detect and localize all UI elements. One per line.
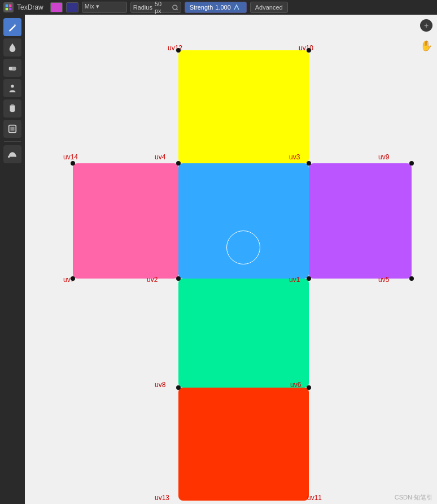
tool-bucket[interactable] — [3, 99, 21, 118]
svg-rect-1 — [9, 5, 11, 7]
uv-dot-uv5[interactable] — [409, 276, 414, 281]
uv-label-uv9: uv9 — [378, 153, 389, 161]
sidebar — [0, 15, 25, 504]
tool-fill[interactable] — [3, 38, 21, 57]
svg-point-12 — [8, 156, 10, 158]
svg-rect-0 — [6, 5, 8, 7]
uv-dot-uv1[interactable] — [307, 276, 311, 281]
uv-dot-uv10[interactable] — [307, 48, 311, 53]
sidebar-divider — [4, 141, 21, 142]
app-title: TexDraw — [17, 3, 43, 11]
uv-dot-uv3[interactable] — [307, 161, 311, 166]
uv-dot-uv12[interactable] — [176, 48, 181, 53]
uv-dot-uv8[interactable] — [176, 385, 181, 390]
tile-green — [178, 279, 309, 388]
svg-point-8 — [11, 85, 14, 88]
tile-cyan — [178, 163, 309, 279]
corner-plus-button[interactable]: + — [420, 19, 432, 32]
corner-hand-icon[interactable]: ✋ — [420, 40, 432, 52]
svg-rect-11 — [10, 127, 14, 131]
uv-label-uv14: uv14 — [63, 153, 78, 161]
svg-line-5 — [177, 9, 178, 10]
canvas-area[interactable]: + ✋ uv12 uv10 uv14 uv4 uv3 uv9 uv7 uv2 u… — [25, 15, 437, 504]
uv-dot-uv7[interactable] — [71, 276, 75, 281]
tile-purple — [309, 163, 412, 279]
uv-label-uv4: uv4 — [155, 153, 165, 161]
tool-clone[interactable] — [3, 79, 21, 97]
watermark: CSDN·知笔引 — [395, 493, 432, 502]
uv-label-uv11: uv11 — [307, 494, 322, 502]
uv-label-uv13: uv13 — [155, 494, 169, 502]
uv-label-uv8: uv8 — [155, 381, 165, 389]
advanced-button[interactable]: Advanced — [250, 2, 288, 13]
svg-point-4 — [173, 5, 177, 10]
tile-pink — [73, 163, 178, 279]
color-swatch-1[interactable] — [50, 2, 63, 12]
color-swatch-2[interactable] — [66, 2, 78, 12]
tool-curve[interactable] — [3, 145, 21, 163]
svg-rect-3 — [9, 8, 11, 10]
svg-rect-2 — [6, 8, 8, 10]
blend-mode-select[interactable]: Mix ▾ — [82, 2, 127, 13]
tile-orange — [178, 388, 309, 501]
uv-dot-uv6[interactable] — [307, 385, 311, 390]
strength-field[interactable]: Strength 1.000 — [185, 2, 247, 13]
uv-dot-uv14[interactable] — [71, 161, 75, 166]
tile-yellow — [178, 50, 309, 163]
tool-draw[interactable] — [3, 18, 21, 36]
svg-rect-9 — [11, 105, 14, 106]
tool-erase[interactable] — [3, 59, 21, 77]
toolbar: TexDraw Mix ▾ Radius 50 px Strength 1.00… — [0, 0, 437, 15]
uv-dot-uv4[interactable] — [176, 161, 181, 166]
tool-mask[interactable] — [3, 120, 21, 138]
radius-field[interactable]: Radius 50 px — [130, 2, 181, 13]
uv-dot-uv9[interactable] — [409, 161, 414, 166]
uv-dot-uv2[interactable] — [176, 276, 181, 281]
app-icon[interactable] — [3, 2, 14, 12]
svg-rect-7 — [12, 67, 16, 70]
